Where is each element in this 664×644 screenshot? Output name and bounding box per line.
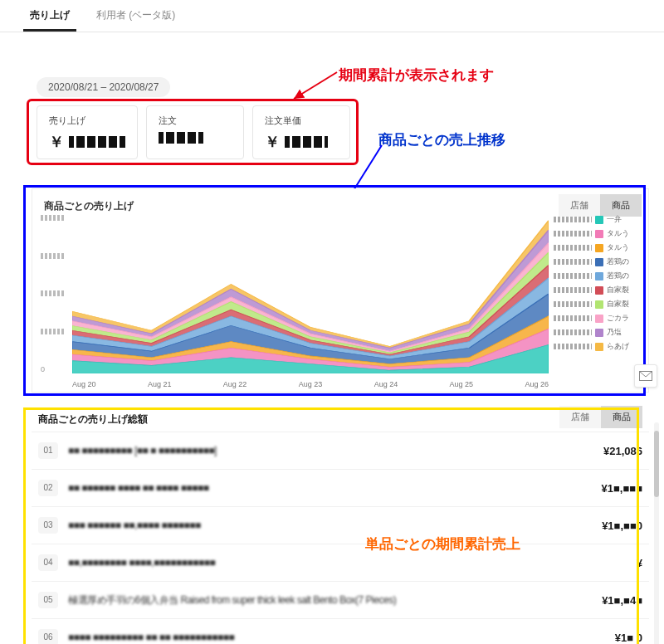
- kpi-aov[interactable]: 注文単価 ￥: [252, 105, 350, 159]
- legend-item[interactable]: 一弁: [554, 214, 643, 225]
- toggle-product[interactable]: 商品: [600, 194, 642, 217]
- area-chart: [72, 214, 549, 373]
- table-row[interactable]: 01■■ ■■■■■■■■■ [■■ ■ ■■■■■■■■■■]¥21,086: [32, 432, 649, 469]
- row-rank: 02: [38, 480, 58, 496]
- legend-label: 自家裂: [607, 299, 629, 310]
- currency-symbol: ￥: [49, 132, 64, 152]
- table-row[interactable]: 02■■ ■■■■■■ ■■■■ ■■ ■■■■ ■■■■■¥1■,■■■: [32, 469, 649, 506]
- tab-sales[interactable]: 売り上げ: [23, 0, 76, 32]
- date-range-chip[interactable]: 2020/08/21 – 2020/08/27: [37, 77, 170, 97]
- legend-item[interactable]: 若鶏の: [554, 271, 643, 281]
- row-amount: ¥: [637, 557, 642, 569]
- x-tick: Aug 21: [148, 380, 172, 388]
- chart-legend: 一弁タルうタルう若鶏の若鶏の自家裂自家裂ごカラ乃塩らあげ: [554, 214, 643, 355]
- row-name: ■■ ■■■■■■■■■ [■■ ■ ■■■■■■■■■■]: [68, 445, 593, 456]
- legend-item[interactable]: 自家裂: [554, 299, 643, 310]
- x-tick: Aug 25: [450, 380, 474, 388]
- legend-label: らあげ: [607, 341, 629, 352]
- currency-symbol: ￥: [265, 132, 280, 152]
- row-amount: ¥1■ 0: [615, 632, 642, 644]
- legend-item[interactable]: 乃塩: [554, 327, 643, 338]
- row-amount: ¥21,086: [603, 445, 642, 457]
- chart-title: 商品ごとの売り上げ: [32, 189, 648, 217]
- legend-item[interactable]: ごカラ: [554, 313, 643, 324]
- anno-period-total: 期間累計が表示されます: [339, 66, 494, 85]
- anno-product-trend: 商品ごとの売上推移: [378, 130, 505, 149]
- row-amount: ¥1■,■■0: [602, 520, 642, 532]
- row-name: ■■ ■■■■■■ ■■■■ ■■ ■■■■ ■■■■■: [68, 482, 592, 494]
- anno-product-period-total: 単品ごとの期間累計売上: [365, 534, 520, 554]
- kpi-sales[interactable]: 売り上げ ￥: [37, 105, 138, 159]
- row-amount: ¥1■,■4■: [602, 594, 642, 607]
- row-rank: 03: [38, 517, 58, 534]
- totals-panel: 商品ごとの売り上げ総額 店舗 商品 01■■ ■■■■■■■■■ [■■ ■ ■…: [32, 404, 649, 644]
- svg-line-0: [294, 72, 337, 99]
- row-rank: 05: [38, 592, 58, 608]
- legend-item[interactable]: らあげ: [554, 341, 643, 352]
- chart-toggle: 店舗 商品: [559, 194, 642, 217]
- row-rank: 06: [38, 629, 58, 644]
- legend-label: 一弁: [607, 214, 622, 225]
- totals-toggle: 店舗 商品: [559, 406, 642, 428]
- chart-x-axis: Aug 20Aug 21Aug 22Aug 23Aug 24Aug 25Aug …: [72, 380, 549, 388]
- legend-item[interactable]: 若鶏の: [554, 256, 643, 267]
- anno-arrow-red: [289, 66, 340, 104]
- row-name: 極選厚め手羽の6個入弁当 Raised from super thick lee…: [68, 593, 592, 607]
- x-tick: Aug 22: [223, 380, 247, 388]
- kpi-sales-label: 売り上げ: [49, 115, 125, 127]
- scrollbar-thumb[interactable]: [654, 431, 659, 497]
- toggle-store[interactable]: 店舗: [559, 194, 600, 217]
- row-rank: 04: [38, 554, 58, 571]
- top-tabs: 売り上げ 利用者 (ベータ版): [0, 0, 664, 32]
- chart-y-axis: 0: [41, 214, 69, 373]
- kpi-orders[interactable]: 注文: [146, 105, 244, 159]
- kpi-aov-label: 注文単価: [265, 115, 338, 127]
- kpi-row: 売り上げ ￥ 注文 注文単価 ￥: [37, 105, 350, 159]
- row-rank: 01: [38, 442, 58, 459]
- legend-label: ごカラ: [607, 313, 629, 324]
- legend-label: 若鶏の: [607, 271, 629, 281]
- row-amount: ¥1■,■■■: [602, 482, 642, 495]
- tab-users[interactable]: 利用者 (ベータ版): [90, 0, 182, 32]
- scrollbar[interactable]: [654, 422, 659, 644]
- totals-title: 商品ごとの売り上げ総額: [32, 404, 649, 432]
- table-row[interactable]: 05極選厚め手羽の6個入弁当 Raised from super thick l…: [32, 581, 649, 618]
- legend-item[interactable]: タルう: [554, 242, 643, 253]
- x-tick: Aug 20: [72, 380, 96, 388]
- legend-item[interactable]: タルう: [554, 228, 643, 239]
- row-name: ■■■■ ■■■■■■■■■ ■■ ■■ ■■■■■■■■■■■: [68, 632, 605, 643]
- x-tick: Aug 26: [525, 380, 549, 388]
- toggle-store-2[interactable]: 店舗: [559, 406, 601, 428]
- legend-label: タルう: [607, 228, 629, 239]
- x-tick: Aug 24: [374, 380, 398, 388]
- chart-panel: 商品ごとの売り上げ 店舗 商品 0 Aug 20Aug 21Aug 22Aug …: [32, 188, 649, 393]
- table-row[interactable]: 04■■,■■■■■■■■ ■■■■,■■■■■■■■■■■¥: [32, 544, 649, 581]
- kpi-orders-label: 注文: [159, 115, 232, 127]
- row-name: ■■,■■■■■■■■ ■■■■,■■■■■■■■■■■: [68, 557, 627, 568]
- legend-item[interactable]: 自家裂: [554, 285, 643, 295]
- mail-icon[interactable]: [634, 364, 657, 388]
- table-row[interactable]: 06■■■■ ■■■■■■■■■ ■■ ■■ ■■■■■■■■■■■¥1■ 0: [32, 618, 649, 644]
- legend-label: 乃塩: [607, 327, 622, 338]
- table-row[interactable]: 03■■■ ■■■■■■ ■■,■■■■ ■■■■■■■¥1■,■■0: [32, 506, 649, 544]
- legend-label: タルう: [607, 242, 629, 253]
- toggle-product-2[interactable]: 商品: [601, 406, 642, 428]
- legend-label: 若鶏の: [607, 256, 629, 267]
- legend-label: 自家裂: [607, 285, 629, 295]
- row-name: ■■■ ■■■■■■ ■■,■■■■ ■■■■■■■: [68, 520, 592, 531]
- x-tick: Aug 23: [299, 380, 323, 388]
